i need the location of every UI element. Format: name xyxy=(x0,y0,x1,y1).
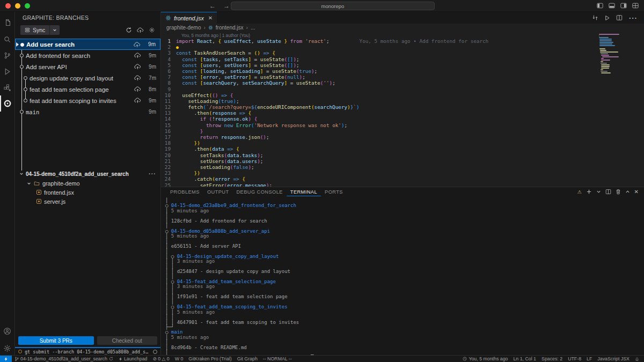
line-number: 6 xyxy=(161,68,176,74)
status-git-graph[interactable]: Git Graph xyxy=(235,356,260,361)
code-line: 16 } xyxy=(161,128,644,134)
sync-dropdown-button[interactable] xyxy=(50,25,60,35)
stack-section-header[interactable]: 04-15-demo_4510df2a_add_user_search ··· xyxy=(15,169,160,179)
more-actions-icon[interactable]: ··· xyxy=(149,171,156,177)
customize-layout-icon[interactable] xyxy=(632,3,639,9)
close-panel-icon[interactable]: ✕ xyxy=(634,189,639,195)
cloud-upload-icon[interactable] xyxy=(134,86,141,93)
submit-prs-button[interactable]: Submit 3 PRs xyxy=(18,336,94,345)
status-language[interactable]: JavaScript JSX xyxy=(595,356,632,361)
terminal-line: ○ 04-15-demo_d23a8be9_add_frontend_for_s… xyxy=(165,203,644,208)
cloud-upload-icon[interactable] xyxy=(134,41,141,48)
line-number: 2 xyxy=(161,44,176,50)
branch-node-icon xyxy=(24,87,27,91)
status-branch[interactable]: 04-15-demo_4510df2a_add_user_search xyxy=(12,356,116,361)
settings-gear-icon[interactable] xyxy=(0,341,14,355)
terminal[interactable]: │○ 04-15-demo_d23a8be9_add_frontend_for_… xyxy=(161,196,644,355)
panel-tab-problems[interactable]: PROBLEMS xyxy=(166,187,203,196)
back-icon[interactable]: ← xyxy=(209,2,216,10)
branch-row[interactable]: Add frontend for search9m xyxy=(15,50,160,61)
extensions-icon[interactable] xyxy=(0,79,14,95)
accounts-icon[interactable] xyxy=(0,323,14,339)
trash-icon[interactable] xyxy=(616,189,621,195)
status-eol[interactable]: LF xyxy=(584,356,595,361)
more-actions-icon[interactable]: ⋯ xyxy=(628,13,638,23)
branch-row[interactable]: feat add team scoping to invites9m xyxy=(15,95,160,106)
tree-item-file[interactable]: server.js xyxy=(15,197,160,206)
forward-icon[interactable]: → xyxy=(223,2,230,10)
breadcrumb[interactable]: graphite-demo›frontend.jsx›... xyxy=(161,24,644,32)
line-number: 5 xyxy=(161,62,176,68)
branch-label: feat add team scoping to invites xyxy=(30,98,116,104)
minimize-window-button[interactable] xyxy=(15,3,20,9)
status-blame[interactable]: You, 5 months ago xyxy=(460,356,510,361)
codelens-authors[interactable]: You, 5 months ago | 1 author (You) xyxy=(181,33,644,38)
checked-out-button[interactable]: Checked out xyxy=(97,336,157,345)
tree-item-file[interactable]: frontend.jsx xyxy=(15,188,160,197)
close-icon[interactable]: ✕ xyxy=(208,15,213,21)
breadcrumb-item[interactable]: frontend.jsx xyxy=(216,25,244,31)
cancel-circle-icon[interactable] xyxy=(153,350,157,354)
close-window-button[interactable] xyxy=(5,3,11,9)
toggle-panel-icon[interactable] xyxy=(609,3,615,9)
status-gitkraken[interactable]: GitKraken Pro (Trial) xyxy=(186,356,234,361)
status-encoding[interactable]: UTF-8 xyxy=(565,356,584,361)
terminal-warning-icon: ⚠ xyxy=(577,189,582,195)
command-center-search[interactable]: monorepo xyxy=(231,2,435,10)
branch-row[interactable]: Add server API9m xyxy=(15,61,160,72)
run-debug-icon[interactable] xyxy=(0,63,14,79)
search-icon[interactable] xyxy=(0,31,14,47)
chevron-down-icon[interactable] xyxy=(596,189,601,194)
toggle-secondary-sidebar-icon[interactable] xyxy=(620,3,627,9)
branch-row[interactable]: Add user search9m xyxy=(15,39,160,50)
panel-tab-debug-console[interactable]: DEBUG CONSOLE xyxy=(233,187,287,196)
minimap[interactable] xyxy=(599,34,620,74)
branch-row[interactable]: design update copy and layout7m xyxy=(15,72,160,84)
source-control-icon[interactable] xyxy=(0,47,14,63)
branch-time: 9m xyxy=(144,53,156,58)
branch-time: 9m xyxy=(144,64,156,70)
refresh-icon[interactable] xyxy=(126,27,132,33)
breadcrumb-item[interactable]: graphite-demo xyxy=(166,25,201,31)
split-editor-icon[interactable] xyxy=(616,14,623,21)
status-bell[interactable] xyxy=(632,357,642,361)
panel-tab-output[interactable]: OUTPUT xyxy=(203,187,233,196)
new-terminal-icon[interactable] xyxy=(586,189,592,195)
gear-icon[interactable] xyxy=(149,27,155,33)
status-problems[interactable]: ⊘ 0 △ 0 xyxy=(150,356,172,361)
branch-node-icon xyxy=(24,99,27,102)
remote-indicator[interactable] xyxy=(0,356,12,362)
window-controls xyxy=(5,3,30,9)
status-cursor-position[interactable]: Ln 1, Col 1 xyxy=(510,356,539,361)
run-file-icon[interactable] xyxy=(604,15,610,21)
breadcrumb-item[interactable]: ... xyxy=(251,25,255,31)
status-launchpad[interactable]: Launchpad xyxy=(116,356,150,361)
branch-row[interactable]: main9m xyxy=(15,106,160,117)
toggle-sidebar-icon[interactable] xyxy=(597,3,603,9)
status-vim-mode[interactable]: -- NORMAL -- xyxy=(260,356,295,361)
status-w[interactable]: W 0 xyxy=(172,356,186,361)
graphite-icon[interactable] xyxy=(0,95,14,112)
tab-frontend-jsx[interactable]: frontend.jsx ✕ xyxy=(161,12,217,24)
open-changes-icon[interactable] xyxy=(592,14,598,21)
code-line: 19 .then(data => { xyxy=(161,146,644,152)
cloud-upload-icon[interactable] xyxy=(134,97,141,104)
cloud-upload-icon[interactable] xyxy=(134,52,141,59)
panel-tab-ports[interactable]: PORTS xyxy=(321,187,347,196)
panel-tab-terminal[interactable]: TERMINAL xyxy=(287,187,321,196)
cloud-upload-icon[interactable] xyxy=(137,27,144,34)
explorer-icon[interactable] xyxy=(0,15,14,31)
line-number: 17 xyxy=(161,134,176,140)
branch-row[interactable]: feat add team selection page8m xyxy=(15,84,160,95)
code-editor[interactable]: You, 5 months ago | 1 author (You) 1impo… xyxy=(161,32,644,187)
cloud-upload-icon[interactable] xyxy=(134,63,141,70)
sync-button[interactable]: Sync xyxy=(20,25,60,35)
maximize-panel-icon[interactable] xyxy=(625,189,630,194)
sidebar-title: GRAPHITE: BRANCHES xyxy=(15,12,160,24)
cloud-upload-icon[interactable] xyxy=(134,75,141,82)
terminal-line: │ │ 3 minutes ago xyxy=(165,259,644,264)
tree-item-folder[interactable]: graphite-demo xyxy=(15,179,160,188)
split-terminal-icon[interactable] xyxy=(605,189,611,195)
zoom-window-button[interactable] xyxy=(25,3,30,9)
status-indentation[interactable]: Spaces: 2 xyxy=(539,356,565,361)
